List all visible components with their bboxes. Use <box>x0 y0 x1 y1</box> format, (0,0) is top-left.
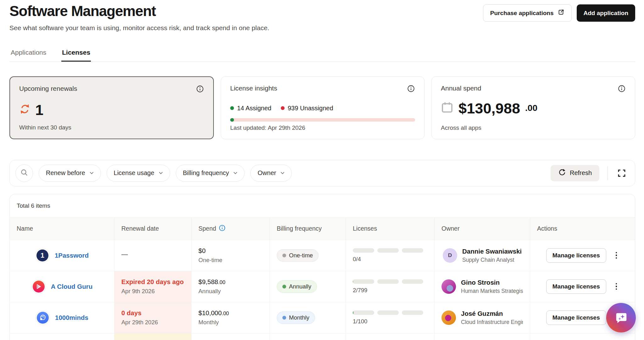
column-header-spend: Spend <box>191 218 269 240</box>
name-cell: A Cloud Guru <box>10 271 114 302</box>
ai-assistant-fab[interactable] <box>606 303 636 332</box>
page-title: Software Management <box>9 3 269 19</box>
column-header-renewal-date: Renewal date <box>114 218 191 240</box>
refresh-button[interactable]: Refresh <box>551 165 599 181</box>
owner-name: Gino Strosin <box>461 279 523 286</box>
divider <box>608 166 608 180</box>
license-fraction: 2/799 <box>353 287 427 294</box>
filter-dropdowns: Renew before License usage Billing frequ… <box>39 165 292 182</box>
renewal-date-cell <box>114 333 191 340</box>
filter-billing-frequency[interactable]: Billing frequency <box>176 165 245 182</box>
chevron-down-icon <box>280 172 285 174</box>
add-application-button[interactable]: Add application <box>577 4 636 22</box>
annual-spend-title: Annual spend <box>441 85 481 92</box>
renewal-primary: — <box>121 250 184 258</box>
filter-renew-before-label: Renew before <box>46 169 85 177</box>
spend-cell: $10,000.00 Monthly <box>191 302 269 333</box>
licenses-table: Total 6 items Name Renewal date Spend Bi… <box>9 194 635 340</box>
billing-frequency-badge: Monthly <box>277 311 315 324</box>
manage-licenses-button[interactable]: Manage licenses <box>546 310 606 325</box>
renewal-date-cell: Expired 20 days ago Apr 9th 2026 <box>114 271 191 302</box>
billing-frequency-cell: One-time <box>269 240 346 271</box>
unassigned-dot <box>281 106 285 110</box>
column-header-name: Name <box>10 218 114 240</box>
owner-avatar <box>441 310 456 325</box>
refresh-icon <box>558 168 566 178</box>
spend-cell: $0 One-time <box>191 240 269 271</box>
table-body: 1 1Password — $0 One-time One-time 0/4 <box>10 240 635 333</box>
billing-status-dot <box>282 316 286 320</box>
purchase-applications-button[interactable]: Purchase applications <box>483 4 572 22</box>
table-row: 1 1Password — $0 One-time One-time 0/4 <box>10 240 635 271</box>
header-actions: Purchase applications Add application <box>483 3 635 22</box>
annual-spend-caption: Across all apps <box>441 124 481 131</box>
app-name-link[interactable]: 1Password <box>55 252 89 259</box>
owner-role: Supply Chain Analyst <box>462 257 522 263</box>
renewal-date-cell: 0 days Apr 29th 2026 <box>114 302 191 333</box>
actions-cell: Manage licenses <box>530 240 635 271</box>
kebab-menu-icon[interactable] <box>614 281 619 292</box>
billing-frequency-badge: Annually <box>277 280 317 293</box>
owner-name: Dannie Swaniawski <box>462 248 522 255</box>
filter-owner[interactable]: Owner <box>250 165 292 182</box>
assigned-label: 14 Assigned <box>237 105 271 112</box>
assigned-dot <box>230 106 234 110</box>
search-icon <box>20 168 28 178</box>
chevron-down-icon <box>90 172 94 174</box>
table-row: A Cloud Guru Expired 20 days ago Apr 9th… <box>10 271 635 302</box>
renewal-sync-icon <box>19 103 31 116</box>
a-cloud-guru-logo-icon <box>31 279 46 294</box>
billing-status-dot <box>282 285 286 288</box>
licenses-cell: 0/4 <box>346 240 434 271</box>
search-button[interactable] <box>15 164 33 182</box>
billing-frequency-cell: Monthly <box>269 302 346 333</box>
chevron-down-icon <box>159 172 163 174</box>
app-name-link[interactable]: 1000minds <box>55 314 88 321</box>
license-usage-bars <box>353 279 427 284</box>
unassigned-label: 939 Unassigned <box>288 105 333 112</box>
license-insights-card: License insights 14 Assigned 939 Unassig… <box>221 76 425 139</box>
filter-license-usage[interactable]: License usage <box>107 165 170 182</box>
license-usage-bars <box>353 248 427 253</box>
license-usage-bar <box>230 118 415 122</box>
external-link-icon <box>558 9 564 17</box>
annual-spend-card: Annual spend $130,988.00 <box>431 76 635 139</box>
summary-cards: Upcoming renewals 1 <box>9 76 635 139</box>
license-usage-bars <box>353 310 427 315</box>
info-icon[interactable] <box>407 85 415 93</box>
table-header-row: Name Renewal date Spend Billing frequenc… <box>10 217 635 240</box>
kebab-menu-icon[interactable] <box>614 250 619 261</box>
info-icon[interactable] <box>196 85 204 93</box>
assigned-legend: 14 Assigned <box>230 105 271 112</box>
spend-info-icon[interactable] <box>219 224 226 233</box>
column-header-licenses: Licenses <box>346 218 434 240</box>
spend-frequency: Annually <box>198 288 263 295</box>
upcoming-renewals-caption: Within next 30 days <box>19 124 71 131</box>
license-insights-title: License insights <box>230 85 277 92</box>
upcoming-renewals-title: Upcoming renewals <box>19 85 77 92</box>
licenses-cell: 2/799 <box>346 271 434 302</box>
add-application-label: Add application <box>584 10 629 17</box>
filter-owner-label: Owner <box>258 169 276 177</box>
owner-cell: D Dannie Swaniawski Supply Chain Analyst <box>434 240 530 271</box>
renewal-secondary: Apr 29th 2026 <box>121 319 184 326</box>
info-icon[interactable] <box>618 85 626 93</box>
app-name-link[interactable]: A Cloud Guru <box>51 283 92 290</box>
manage-licenses-button[interactable]: Manage licenses <box>546 279 606 294</box>
name-cell: 1 1Password <box>10 240 114 271</box>
filter-bar: Renew before License usage Billing frequ… <box>9 160 635 186</box>
owner-cell: Gino Strosin Human Markets Strategist <box>434 271 530 302</box>
fullscreen-icon[interactable] <box>616 167 627 179</box>
purchase-applications-label: Purchase applications <box>490 10 554 17</box>
manage-licenses-button[interactable]: Manage licenses <box>546 248 606 263</box>
tab-applications[interactable]: Applications <box>10 47 47 62</box>
spend-frequency: Monthly <box>198 319 263 326</box>
owner-role: Human Markets Strategist <box>461 288 523 294</box>
upcoming-renewals-card[interactable]: Upcoming renewals 1 <box>9 76 214 139</box>
owner-role: Cloud Infrastructure Engineer <box>461 319 523 326</box>
annual-spend-cents: .00 <box>525 103 537 113</box>
owner-name: José Guzmán <box>461 310 523 317</box>
filter-renew-before[interactable]: Renew before <box>39 165 101 182</box>
page-header-text: Software Management See what software yo… <box>9 3 269 32</box>
tab-licenses[interactable]: Licenses <box>61 47 91 62</box>
